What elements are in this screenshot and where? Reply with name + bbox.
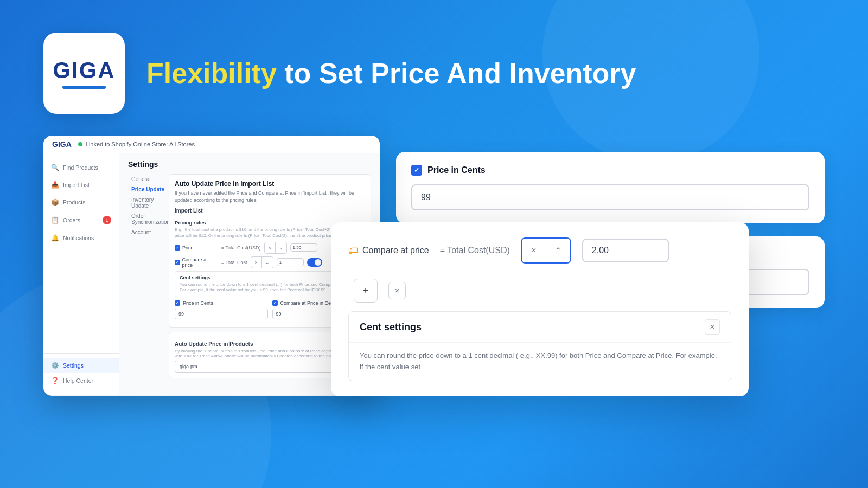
sidebar-item-notifications[interactable]: 🔔 Notifications: [43, 230, 119, 246]
compare-eq: = Total Cost: [221, 260, 247, 265]
auto-update-import-desc: If you have never edited the Price and C…: [175, 190, 365, 203]
price-cents-label-sm: Price in Cents: [183, 300, 213, 306]
sidebar-item-import-list[interactable]: 📥 Import List: [43, 177, 119, 192]
compare-toggle[interactable]: [307, 258, 322, 267]
sidebar-item-products[interactable]: 📦 Products: [43, 195, 119, 210]
popup-compare-tag: 🏷 Compare at price: [348, 245, 429, 256]
price-checkbox[interactable]: [175, 245, 180, 251]
settings-nav: General Price Update Inventory Update Or…: [128, 174, 169, 383]
notifications-icon: 🔔: [51, 234, 59, 242]
price-in-cents-label: Price in Cents: [427, 165, 486, 175]
price-cents-check-row: Price in Cents: [175, 300, 268, 306]
app-header: GIGA Linked to Shopify Online Store: All…: [43, 136, 380, 153]
price-op-x[interactable]: ×: [265, 242, 276, 253]
sidebar-bottom: ⚙️ Settings ❓ Help Center: [43, 353, 119, 388]
popup-cent-body: You can round the price down to a 1 cent…: [349, 343, 731, 381]
logo-underline: [62, 86, 106, 89]
orders-icon: 📋: [51, 216, 59, 224]
status-dot-icon: [78, 142, 82, 146]
auto-update-import-title: Auto Update Price in Import List: [175, 180, 365, 188]
price-in-cents-input[interactable]: [411, 184, 809, 210]
compare-price-checkbox[interactable]: [175, 260, 180, 265]
nav-order-sync[interactable]: Order Synchronization: [128, 211, 169, 227]
price-in-cents-checkbox[interactable]: [411, 165, 422, 176]
search-icon: 🔍: [51, 164, 59, 171]
headline-yellow: Flexibility: [146, 57, 277, 89]
price-label: Price: [175, 245, 218, 251]
logo-text: GIGA: [53, 57, 115, 84]
nav-account[interactable]: Account: [128, 227, 169, 237]
import-list-box-title: Import List: [175, 208, 365, 216]
compare-price-label: Compare at price: [175, 257, 218, 268]
price-in-cents-card: Price in Cents: [396, 152, 825, 223]
products-icon: 📦: [51, 198, 59, 206]
compare-ops-box: × ⌄: [251, 256, 273, 268]
app-body: 🔍 Find Products 📥 Import List 📦 Products…: [43, 153, 380, 395]
app-logo-small: GIGA: [52, 140, 72, 149]
compare-cents-label-sm: Compare at Price in Cents: [280, 300, 338, 306]
popup-value-input[interactable]: [582, 239, 669, 262]
app-screenshot: GIGA Linked to Shopify Online Store: All…: [43, 136, 380, 396]
orders-badge: 1: [103, 216, 111, 224]
price-ops-box: × ⌄: [264, 242, 287, 254]
price-eq: = Total Cost(USD): [221, 245, 261, 251]
popup-cent-close-button[interactable]: ×: [705, 319, 720, 335]
help-icon: ❓: [51, 377, 59, 384]
nav-inventory[interactable]: Inventory Update: [128, 195, 169, 211]
sidebar-item-help[interactable]: ❓ Help Center: [43, 373, 119, 388]
compare-op-x[interactable]: ×: [251, 257, 262, 268]
app-logo: GIGA: [43, 33, 125, 114]
store-status: Linked to Shopify Online Store: All Stor…: [78, 141, 195, 147]
price-value-input[interactable]: [290, 243, 317, 252]
app-sidebar: 🔍 Find Products 📥 Import List 📦 Products…: [43, 153, 119, 395]
cent-popup-card: 🏷 Compare at price = Total Cost(USD) × ⌃…: [331, 222, 749, 396]
price-cents-checkbox-sm[interactable]: [175, 300, 180, 306]
sidebar-item-settings[interactable]: ⚙️ Settings: [43, 358, 119, 373]
popup-cent-section: Cent settings × You can round the price …: [348, 311, 731, 381]
popup-compare-label: Compare at price: [362, 246, 429, 255]
import-icon: 📥: [51, 181, 59, 189]
popup-plus-button[interactable]: +: [354, 279, 378, 303]
popup-eq: = Total Cost(USD): [440, 246, 510, 255]
compare-op-chevron[interactable]: ⌄: [262, 257, 273, 268]
popup-row-close-button[interactable]: ×: [388, 282, 406, 299]
popup-cent-title: Cent settings: [360, 322, 422, 333]
popup-ops-box: × ⌃: [521, 237, 571, 264]
tag-icon: 🏷: [348, 245, 358, 256]
price-cents-col: Price in Cents: [175, 300, 268, 319]
popup-cent-header: Cent settings ×: [349, 312, 731, 343]
popup-op-chevron-up[interactable]: ⌃: [546, 239, 570, 262]
compare-cents-checkbox-sm[interactable]: [272, 300, 278, 306]
settings-title: Settings: [128, 160, 371, 169]
popup-op-x[interactable]: ×: [522, 239, 546, 262]
cent-settings-popup: 🏷 Compare at price = Total Cost(USD) × ⌃…: [331, 222, 749, 396]
sidebar-item-orders[interactable]: 📋 Orders 1: [43, 212, 119, 228]
price-op-chevron[interactable]: ⌄: [276, 242, 286, 253]
nav-price-update[interactable]: Price Update: [128, 184, 169, 195]
popup-compare-row: 🏷 Compare at price = Total Cost(USD) × ⌃: [348, 237, 731, 264]
nav-general[interactable]: General: [128, 174, 169, 184]
popup-cent-desc: You can round the price down to a 1 cent…: [360, 350, 720, 373]
sidebar-item-find-products[interactable]: 🔍 Find Products: [43, 160, 119, 175]
compare-value-input[interactable]: [277, 258, 304, 266]
price-cents-header: Price in Cents: [411, 165, 809, 176]
settings-icon: ⚙️: [51, 362, 59, 369]
price-cents-input-sm[interactable]: [175, 309, 268, 319]
